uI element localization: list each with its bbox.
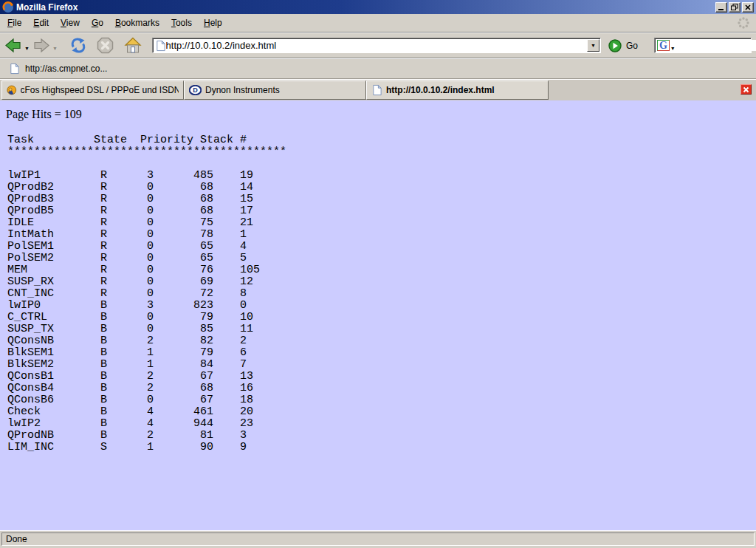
tab-close-button[interactable] (740, 84, 752, 95)
task-table-pre: Task State Priority Stack # ************… (7, 134, 756, 453)
tab-close-icon (743, 86, 749, 93)
bookmark-item[interactable]: http://as.cmpnet.co... (6, 61, 110, 76)
search-engine-dropdown-icon[interactable]: ▼ (670, 46, 676, 51)
svg-text:D: D (193, 86, 198, 94)
search-bar: G ▼ (654, 38, 752, 53)
minimize-icon (718, 4, 724, 10)
bookmark-label: http://as.cmpnet.co... (25, 64, 107, 74)
url-bar: ▼ (152, 38, 601, 53)
back-button[interactable] (4, 37, 22, 54)
go-button[interactable]: Go (626, 41, 638, 51)
title-bar: Mozilla Firefox (0, 0, 756, 14)
forward-icon (32, 37, 50, 54)
dynon-icon: D (189, 85, 202, 95)
google-search-icon[interactable]: G (657, 40, 670, 51)
menu-bar: File Edit View Go Bookmarks Tools Help (0, 14, 756, 32)
status-text: Done (6, 534, 27, 544)
forward-button[interactable] (32, 37, 50, 54)
search-input[interactable] (676, 40, 756, 51)
close-button[interactable] (742, 2, 754, 13)
go-icon[interactable] (608, 39, 622, 52)
tab-index-html[interactable]: http://10.0.10.2/index.html (366, 81, 549, 100)
stop-button[interactable] (97, 37, 114, 54)
bookmarks-toolbar: http://as.cmpnet.co... (0, 58, 756, 79)
menu-edit[interactable]: Edit (27, 16, 55, 30)
menu-view[interactable]: View (55, 16, 86, 30)
cfos-icon (7, 84, 17, 96)
stop-icon (97, 37, 114, 54)
home-button[interactable] (124, 37, 142, 54)
status-bar: Done (0, 530, 756, 548)
minimize-button[interactable] (715, 2, 727, 13)
close-icon (745, 4, 751, 10)
home-icon (124, 37, 142, 54)
menu-help[interactable]: Help (198, 16, 228, 30)
tab-bar: cFos Highspeed DSL / PPPoE und ISDN CAP.… (0, 79, 756, 100)
window-title: Mozilla Firefox (16, 2, 78, 13)
tab-cfos[interactable]: cFos Highspeed DSL / PPPoE und ISDN CAP.… (1, 81, 184, 100)
navigation-toolbar: ▼ ▼ (0, 32, 756, 58)
restore-icon (731, 4, 738, 10)
url-dropdown-button[interactable]: ▼ (587, 39, 599, 52)
page-icon (9, 63, 20, 75)
tab-label: http://10.0.10.2/index.html (386, 85, 495, 95)
restore-button[interactable] (729, 2, 740, 13)
page-content: Page Hits = 109 Task State Priority Stac… (0, 100, 756, 530)
menu-bookmarks[interactable]: Bookmarks (109, 16, 165, 30)
firefox-logo-icon (2, 1, 14, 13)
menu-file[interactable]: File (1, 16, 27, 30)
page-hits-text: Page Hits = 109 (6, 108, 756, 121)
reload-icon (69, 37, 87, 54)
url-input[interactable] (166, 40, 587, 52)
menu-tools[interactable]: Tools (165, 16, 198, 30)
back-icon (4, 37, 22, 54)
browser-window: Mozilla Firefox File Edit View Go Bookma (0, 0, 756, 548)
page-icon (155, 40, 166, 52)
throbber-icon (737, 16, 750, 30)
tab-label: cFos Highspeed DSL / PPPoE und ISDN CAP.… (21, 85, 179, 95)
forward-dropdown-icon[interactable]: ▼ (52, 46, 58, 51)
page-icon (371, 84, 382, 96)
back-dropdown-icon[interactable]: ▼ (24, 46, 30, 51)
tab-label: Dynon Instruments (205, 85, 280, 95)
tab-dynon[interactable]: D Dynon Instruments (184, 81, 366, 100)
reload-button[interactable] (69, 37, 87, 54)
status-panel: Done (1, 532, 755, 546)
menu-go[interactable]: Go (86, 16, 109, 30)
